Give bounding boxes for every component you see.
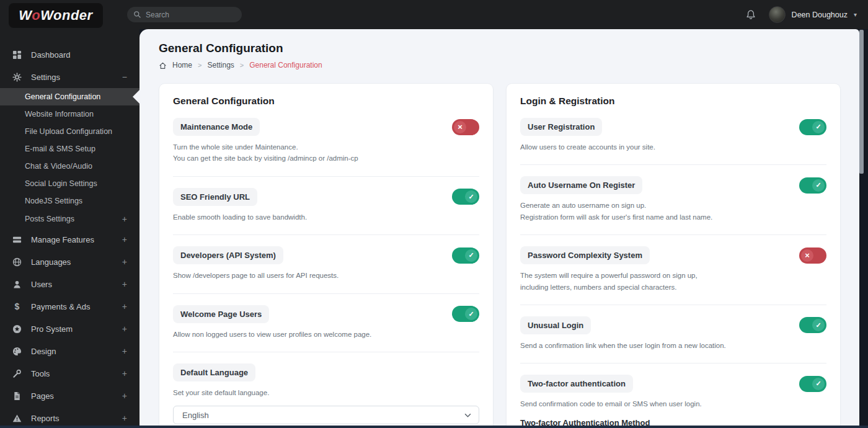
toggle-check-icon: ✓ (812, 121, 825, 133)
breadcrumb: Home > Settings > General Configuration (159, 61, 859, 69)
breadcrumb-separator: > (240, 61, 244, 69)
setting-row: Default Language Set your site default l… (173, 352, 479, 426)
default-language-select[interactable]: English (173, 406, 479, 424)
search-bar[interactable] (127, 7, 242, 22)
breadcrumb-current: General Configuration (249, 61, 322, 69)
sidebar-item-tools[interactable]: Tools + (0, 362, 140, 385)
unusual-login-toggle[interactable]: ✓ (799, 317, 826, 333)
sidebar-item-email-sms-setup[interactable]: E-mail & SMS Setup (0, 140, 140, 158)
setting-label: Unusual Login (520, 316, 591, 334)
toggle-check-icon: ✓ (465, 249, 477, 262)
wowonder-logo[interactable]: WoWonder (9, 3, 103, 28)
setting-row: Auto Username On Register ✓ Generate an … (520, 165, 826, 235)
setting-row: Maintenance Mode × Turn the whole site u… (173, 107, 479, 177)
card-title: Login & Registration (520, 96, 826, 107)
setting-label: SEO Friendly URL (173, 188, 257, 206)
sidebar-item-social-login-settings[interactable]: Social Login Settings (0, 175, 140, 192)
dashboard-icon (12, 50, 22, 60)
setting-label: Password Complexity System (520, 246, 650, 264)
setting-row: Developers (API System) ✓ Show /develope… (173, 235, 479, 293)
warning-icon (12, 414, 22, 423)
sidebar-item-website-information[interactable]: Website Information (0, 105, 140, 123)
sidebar-item-manage-features[interactable]: Manage Features + (0, 228, 140, 251)
toggle-check-icon: ✓ (812, 319, 825, 331)
topbar: WoWonder Deen Doughouz ▾ (0, 0, 868, 29)
card-title: General Configuration (173, 96, 479, 107)
setting-label: Developers (API System) (173, 246, 283, 264)
dollar-icon: $ (12, 302, 22, 311)
globe-icon (12, 257, 22, 267)
sidebar-item-settings[interactable]: Settings − (0, 66, 140, 88)
toggle-cross-icon: × (801, 249, 813, 262)
logo-text: WoWonder (19, 7, 92, 24)
user-menu[interactable]: Deen Doughouz ▾ (769, 6, 857, 23)
sidebar-item-nodejs-settings[interactable]: NodeJS Settings (0, 192, 140, 210)
chevron-down-icon: ▾ (854, 11, 857, 18)
sidebar-item-general-configuration[interactable]: General Configuration (0, 88, 140, 105)
sidebar-item-users[interactable]: Users + (0, 273, 140, 295)
setting-label: Default Language (173, 363, 255, 381)
main-content: General Configuration Home > Settings > … (140, 29, 859, 426)
password-complexity-toggle[interactable]: × (799, 247, 826, 264)
bell-icon[interactable] (745, 9, 756, 20)
setting-row: Unusual Login ✓ Send a confirmation link… (520, 305, 826, 363)
setting-label: Two-factor authentication (520, 375, 633, 393)
setting-label: Auto Username On Register (520, 176, 642, 194)
sidebar-item-dashboard[interactable]: Dashboard (0, 44, 140, 66)
search-icon (133, 11, 141, 19)
star-circle-icon (12, 324, 22, 334)
file-icon (12, 391, 22, 401)
sidebar-item-pro-system[interactable]: Pro System + (0, 318, 140, 340)
toggle-cross-icon: × (454, 121, 466, 133)
breadcrumb-home[interactable]: Home (172, 61, 192, 69)
login-registration-card: Login & Registration User Registration ✓… (506, 83, 841, 426)
toggle-check-icon: ✓ (465, 190, 477, 203)
sidebar-item-posts-settings[interactable]: Posts Settings+ (0, 210, 140, 228)
user-registration-toggle[interactable]: ✓ (799, 119, 826, 135)
search-input[interactable] (146, 11, 226, 19)
gear-icon (12, 73, 22, 82)
sidebar-item-payments-ads[interactable]: $ Payments & Ads + (0, 295, 140, 318)
sidebar-item-languages[interactable]: Languages + (0, 251, 140, 273)
palette-icon (12, 347, 22, 356)
features-icon (12, 235, 22, 244)
sidebar-item-chat-video-audio[interactable]: Chat & Video/Audio (0, 158, 140, 175)
home-icon (159, 61, 167, 69)
breadcrumb-settings[interactable]: Settings (207, 61, 234, 69)
user-name: Deen Doughouz (792, 11, 848, 19)
setting-row: SEO Friendly URL ✓ Enable smooth loading… (173, 177, 479, 235)
toggle-check-icon: ✓ (465, 308, 477, 320)
auto-username-toggle[interactable]: ✓ (799, 177, 826, 194)
setting-label: Maintenance Mode (173, 118, 260, 136)
developers-api-toggle[interactable]: ✓ (452, 247, 479, 264)
two-factor-method-label: Two-factor Authentication Method (520, 418, 826, 426)
sidebar: Dashboard Settings − General Configurati… (0, 29, 140, 426)
page-title: General Configuration (159, 42, 859, 55)
sidebar-item-reports[interactable]: Reports + (0, 407, 140, 428)
sidebar-item-pages[interactable]: Pages + (0, 385, 140, 407)
user-avatar (769, 6, 786, 23)
wrench-icon (12, 369, 22, 378)
setting-row: Two-factor authentication ✓ Send confirm… (520, 363, 826, 426)
setting-label: User Registration (520, 118, 602, 136)
toggle-check-icon: ✓ (812, 378, 825, 390)
setting-row: Password Complexity System × The system … (520, 235, 826, 305)
user-icon (12, 280, 22, 289)
setting-row: Welcome Page Users ✓ Allow non logged us… (173, 294, 479, 352)
chevron-down-icon (464, 413, 471, 417)
setting-row: User Registration ✓ Allow users to creat… (520, 107, 826, 165)
maintenance-mode-toggle[interactable]: × (452, 119, 479, 135)
sidebar-item-file-upload-configuration[interactable]: File Upload Configuration (0, 123, 140, 140)
two-factor-toggle[interactable]: ✓ (799, 376, 826, 392)
sidebar-item-design[interactable]: Design + (0, 340, 140, 362)
setting-label: Welcome Page Users (173, 305, 269, 323)
seo-friendly-url-toggle[interactable]: ✓ (452, 189, 479, 205)
page-scrollbar[interactable] (859, 30, 864, 174)
window-bottom-edge (0, 426, 868, 428)
general-configuration-card: General Configuration Maintenance Mode ×… (159, 83, 494, 426)
welcome-page-users-toggle[interactable]: ✓ (452, 306, 479, 322)
breadcrumb-separator: > (198, 61, 202, 69)
toggle-check-icon: ✓ (812, 179, 825, 192)
